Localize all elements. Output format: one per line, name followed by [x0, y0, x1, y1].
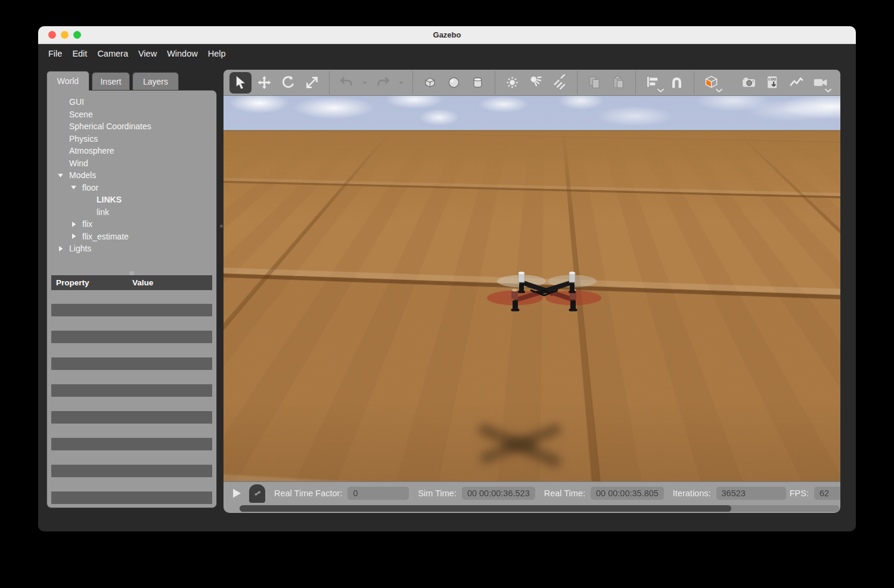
tree-item-models[interactable]: Models — [47, 169, 216, 182]
status-value-simtime: 00 00:00:36.523 — [462, 487, 535, 500]
property-empty-row — [51, 491, 212, 504]
record-video-button[interactable] — [809, 72, 831, 94]
plot-button[interactable] — [786, 72, 808, 94]
insert-cylinder-button[interactable] — [467, 72, 489, 94]
menubar: FileEditCameraViewWindowHelp — [38, 44, 856, 63]
log-record-icon: LOG — [765, 74, 781, 91]
tree-item-spherical-coordinates[interactable]: Spherical Coordinates — [47, 120, 216, 133]
insert-sphere-button[interactable] — [443, 72, 465, 94]
insert-spot-light-button[interactable] — [525, 72, 547, 94]
menu-view[interactable]: View — [138, 49, 157, 58]
property-empty-row — [51, 384, 212, 397]
step-button[interactable] — [249, 484, 265, 503]
directional-light-icon — [552, 74, 568, 91]
align-button[interactable] — [642, 72, 664, 94]
expand-arrow-icon[interactable] — [57, 245, 64, 252]
tree-item-floor[interactable]: floor — [47, 182, 216, 194]
status-field-fps: FPS:62 — [790, 487, 840, 500]
tab-layers[interactable]: Layers — [132, 72, 179, 90]
menu-edit[interactable]: Edit — [72, 49, 87, 58]
menu-window[interactable]: Window — [167, 49, 198, 58]
status-label-realtime: Real Time: — [544, 489, 585, 498]
snap-button[interactable] — [666, 72, 688, 94]
screenshot-button[interactable] — [738, 72, 760, 94]
insert-directional-light-button[interactable] — [549, 72, 571, 94]
expand-arrow-icon[interactable] — [70, 221, 77, 228]
box-icon — [422, 74, 438, 91]
statusbar: Real Time Factor:0Sim Time:00 00:00:36.5… — [224, 482, 840, 513]
drone-shadow — [473, 427, 571, 464]
toolbar-separator — [412, 71, 413, 94]
translate-mode-button[interactable] — [253, 72, 275, 94]
change-view-angle-button[interactable] — [700, 72, 722, 94]
select-arrow-icon — [232, 74, 249, 91]
scrollbar-thumb[interactable] — [240, 505, 731, 512]
menu-camera[interactable]: Camera — [97, 49, 128, 58]
status-value-rtf: 0 — [347, 487, 409, 500]
property-column-header: Property — [51, 278, 132, 287]
tree-item-atmosphere[interactable]: Atmosphere — [47, 145, 216, 157]
log-data-button[interactable]: LOG — [762, 72, 784, 94]
property-empty-row — [51, 438, 212, 450]
scale-icon — [304, 74, 320, 91]
value-column-header: Value — [132, 278, 153, 287]
tree-item-link[interactable]: link — [47, 206, 216, 219]
panel-tabs: WorldInsertLayers — [46, 70, 217, 90]
expand-arrow-icon[interactable] — [70, 233, 77, 239]
status-field-rtf: Real Time Factor:0 — [274, 487, 409, 500]
redo-history-button — [396, 72, 406, 94]
tree-item-lights[interactable]: Lights — [47, 242, 216, 255]
svg-text:LOG: LOG — [768, 77, 776, 81]
world-tree: GUISceneSpherical CoordinatesPhysicsAtmo… — [47, 91, 216, 255]
insert-box-button[interactable] — [419, 72, 441, 94]
tree-item-flix_estimate[interactable]: flix_estimate — [47, 231, 216, 243]
rotate-icon — [280, 74, 296, 91]
status-value-realtime: 00 00:00:35.805 — [591, 487, 664, 500]
plot-icon — [789, 74, 805, 91]
menu-down-icon — [396, 78, 406, 88]
property-empty-row — [51, 304, 212, 316]
status-field-simtime: Sim Time:00 00:00:36.523 — [418, 487, 535, 500]
collapse-arrow-icon[interactable] — [57, 172, 64, 179]
status-label-simtime: Sim Time: — [418, 489, 456, 498]
copy-button — [583, 72, 606, 94]
horizontal-scrollbar[interactable] — [240, 505, 839, 512]
scale-mode-button[interactable] — [301, 72, 323, 94]
paste-icon — [610, 74, 626, 91]
status-value-iterations: 36523 — [716, 487, 786, 500]
tree-item-gui[interactable]: GUI — [47, 96, 216, 108]
toolbar-separator — [694, 71, 694, 94]
quadcopter-model[interactable] — [484, 266, 603, 322]
tree-item-wind[interactable]: Wind — [47, 157, 216, 170]
tree-item-scene[interactable]: Scene — [47, 108, 216, 121]
tab-world[interactable]: World — [46, 71, 89, 91]
tree-item-flix[interactable]: flix — [47, 218, 216, 231]
status-field-iterations: Iterations:36523 — [673, 487, 786, 500]
undo-icon — [339, 74, 355, 91]
window-title: Gazebo — [38, 30, 856, 39]
menu-down-icon — [360, 78, 370, 88]
translate-icon — [256, 74, 272, 91]
select-mode-button[interactable] — [229, 72, 252, 94]
tab-insert[interactable]: Insert — [92, 72, 130, 90]
render-scene[interactable] — [224, 95, 840, 482]
gazebo-window: Gazebo FileEditCameraViewWindowHelp Worl… — [38, 26, 856, 531]
sphere-icon — [446, 74, 462, 91]
property-empty-row — [51, 411, 212, 424]
insert-point-light-button[interactable] — [501, 72, 523, 94]
property-empty-row — [51, 331, 212, 343]
world-panel: GUISceneSpherical CoordinatesPhysicsAtmo… — [46, 90, 217, 508]
toolbar-separator — [329, 71, 330, 94]
left-panel: WorldInsertLayers GUISceneSpherical Coor… — [46, 70, 217, 508]
collapse-arrow-icon[interactable] — [70, 184, 77, 191]
menu-file[interactable]: File — [48, 49, 62, 58]
menu-help[interactable]: Help — [208, 49, 226, 58]
play-button[interactable] — [232, 488, 241, 499]
rotate-mode-button[interactable] — [277, 72, 299, 94]
tree-item-links[interactable]: LINKS — [47, 194, 216, 206]
tree-item-physics[interactable]: Physics — [47, 133, 216, 145]
panel-splitter-dot[interactable] — [220, 225, 223, 228]
toolbar-separator — [577, 71, 578, 94]
toolbar-separator — [495, 71, 495, 94]
property-rows — [47, 304, 216, 504]
